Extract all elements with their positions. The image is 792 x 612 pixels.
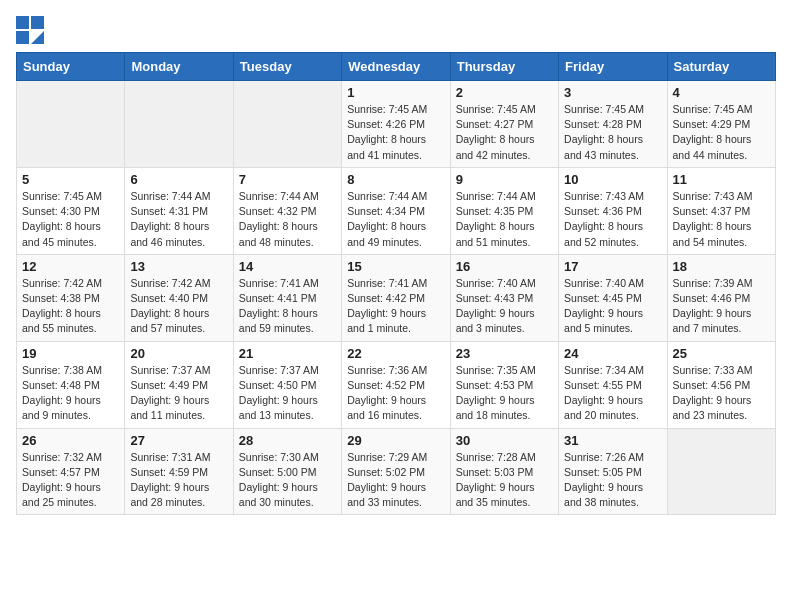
day-info: Sunrise: 7:40 AM Sunset: 4:45 PM Dayligh… [564, 276, 661, 337]
calendar-week-row: 12Sunrise: 7:42 AM Sunset: 4:38 PM Dayli… [17, 254, 776, 341]
calendar-cell: 2Sunrise: 7:45 AM Sunset: 4:27 PM Daylig… [450, 81, 558, 168]
day-number: 1 [347, 85, 444, 100]
calendar-cell: 18Sunrise: 7:39 AM Sunset: 4:46 PM Dayli… [667, 254, 775, 341]
svg-marker-3 [31, 31, 44, 44]
day-info: Sunrise: 7:41 AM Sunset: 4:41 PM Dayligh… [239, 276, 336, 337]
day-number: 14 [239, 259, 336, 274]
day-info: Sunrise: 7:37 AM Sunset: 4:49 PM Dayligh… [130, 363, 227, 424]
weekday-header-thursday: Thursday [450, 53, 558, 81]
calendar-cell: 6Sunrise: 7:44 AM Sunset: 4:31 PM Daylig… [125, 167, 233, 254]
calendar-week-row: 5Sunrise: 7:45 AM Sunset: 4:30 PM Daylig… [17, 167, 776, 254]
calendar-cell [667, 428, 775, 515]
day-info: Sunrise: 7:40 AM Sunset: 4:43 PM Dayligh… [456, 276, 553, 337]
weekday-header-wednesday: Wednesday [342, 53, 450, 81]
day-number: 25 [673, 346, 770, 361]
svg-rect-0 [16, 16, 29, 29]
weekday-header-sunday: Sunday [17, 53, 125, 81]
day-info: Sunrise: 7:45 AM Sunset: 4:28 PM Dayligh… [564, 102, 661, 163]
calendar-cell: 14Sunrise: 7:41 AM Sunset: 4:41 PM Dayli… [233, 254, 341, 341]
day-info: Sunrise: 7:42 AM Sunset: 4:38 PM Dayligh… [22, 276, 119, 337]
calendar-table: SundayMondayTuesdayWednesdayThursdayFrid… [16, 52, 776, 515]
calendar-week-row: 1Sunrise: 7:45 AM Sunset: 4:26 PM Daylig… [17, 81, 776, 168]
calendar-cell: 24Sunrise: 7:34 AM Sunset: 4:55 PM Dayli… [559, 341, 667, 428]
day-info: Sunrise: 7:34 AM Sunset: 4:55 PM Dayligh… [564, 363, 661, 424]
day-number: 26 [22, 433, 119, 448]
day-number: 2 [456, 85, 553, 100]
calendar-cell: 22Sunrise: 7:36 AM Sunset: 4:52 PM Dayli… [342, 341, 450, 428]
calendar-cell: 13Sunrise: 7:42 AM Sunset: 4:40 PM Dayli… [125, 254, 233, 341]
day-number: 10 [564, 172, 661, 187]
day-number: 8 [347, 172, 444, 187]
logo-icon [16, 16, 44, 44]
day-info: Sunrise: 7:45 AM Sunset: 4:26 PM Dayligh… [347, 102, 444, 163]
calendar-cell: 16Sunrise: 7:40 AM Sunset: 4:43 PM Dayli… [450, 254, 558, 341]
day-info: Sunrise: 7:44 AM Sunset: 4:34 PM Dayligh… [347, 189, 444, 250]
svg-rect-1 [31, 16, 44, 29]
day-info: Sunrise: 7:44 AM Sunset: 4:31 PM Dayligh… [130, 189, 227, 250]
calendar-cell: 29Sunrise: 7:29 AM Sunset: 5:02 PM Dayli… [342, 428, 450, 515]
calendar-cell: 11Sunrise: 7:43 AM Sunset: 4:37 PM Dayli… [667, 167, 775, 254]
day-info: Sunrise: 7:35 AM Sunset: 4:53 PM Dayligh… [456, 363, 553, 424]
calendar-week-row: 19Sunrise: 7:38 AM Sunset: 4:48 PM Dayli… [17, 341, 776, 428]
day-info: Sunrise: 7:38 AM Sunset: 4:48 PM Dayligh… [22, 363, 119, 424]
day-number: 24 [564, 346, 661, 361]
day-number: 9 [456, 172, 553, 187]
calendar-cell: 30Sunrise: 7:28 AM Sunset: 5:03 PM Dayli… [450, 428, 558, 515]
day-info: Sunrise: 7:45 AM Sunset: 4:30 PM Dayligh… [22, 189, 119, 250]
day-number: 12 [22, 259, 119, 274]
calendar-cell: 28Sunrise: 7:30 AM Sunset: 5:00 PM Dayli… [233, 428, 341, 515]
day-info: Sunrise: 7:39 AM Sunset: 4:46 PM Dayligh… [673, 276, 770, 337]
day-info: Sunrise: 7:43 AM Sunset: 4:36 PM Dayligh… [564, 189, 661, 250]
calendar-cell: 26Sunrise: 7:32 AM Sunset: 4:57 PM Dayli… [17, 428, 125, 515]
day-number: 29 [347, 433, 444, 448]
calendar-cell: 17Sunrise: 7:40 AM Sunset: 4:45 PM Dayli… [559, 254, 667, 341]
day-info: Sunrise: 7:26 AM Sunset: 5:05 PM Dayligh… [564, 450, 661, 511]
calendar-cell: 12Sunrise: 7:42 AM Sunset: 4:38 PM Dayli… [17, 254, 125, 341]
calendar-cell: 23Sunrise: 7:35 AM Sunset: 4:53 PM Dayli… [450, 341, 558, 428]
weekday-header-monday: Monday [125, 53, 233, 81]
day-number: 17 [564, 259, 661, 274]
calendar-cell: 31Sunrise: 7:26 AM Sunset: 5:05 PM Dayli… [559, 428, 667, 515]
day-number: 11 [673, 172, 770, 187]
weekday-header-saturday: Saturday [667, 53, 775, 81]
calendar-cell: 1Sunrise: 7:45 AM Sunset: 4:26 PM Daylig… [342, 81, 450, 168]
calendar-cell: 9Sunrise: 7:44 AM Sunset: 4:35 PM Daylig… [450, 167, 558, 254]
day-number: 27 [130, 433, 227, 448]
calendar-cell: 5Sunrise: 7:45 AM Sunset: 4:30 PM Daylig… [17, 167, 125, 254]
day-number: 22 [347, 346, 444, 361]
day-info: Sunrise: 7:31 AM Sunset: 4:59 PM Dayligh… [130, 450, 227, 511]
calendar-cell [233, 81, 341, 168]
day-number: 16 [456, 259, 553, 274]
calendar-cell: 7Sunrise: 7:44 AM Sunset: 4:32 PM Daylig… [233, 167, 341, 254]
day-info: Sunrise: 7:32 AM Sunset: 4:57 PM Dayligh… [22, 450, 119, 511]
day-info: Sunrise: 7:43 AM Sunset: 4:37 PM Dayligh… [673, 189, 770, 250]
calendar-cell: 25Sunrise: 7:33 AM Sunset: 4:56 PM Dayli… [667, 341, 775, 428]
calendar-cell: 27Sunrise: 7:31 AM Sunset: 4:59 PM Dayli… [125, 428, 233, 515]
calendar-cell [125, 81, 233, 168]
day-number: 23 [456, 346, 553, 361]
day-number: 13 [130, 259, 227, 274]
calendar-cell [17, 81, 125, 168]
day-info: Sunrise: 7:45 AM Sunset: 4:29 PM Dayligh… [673, 102, 770, 163]
day-number: 20 [130, 346, 227, 361]
day-number: 6 [130, 172, 227, 187]
day-info: Sunrise: 7:42 AM Sunset: 4:40 PM Dayligh… [130, 276, 227, 337]
day-number: 31 [564, 433, 661, 448]
day-number: 28 [239, 433, 336, 448]
day-info: Sunrise: 7:36 AM Sunset: 4:52 PM Dayligh… [347, 363, 444, 424]
day-info: Sunrise: 7:44 AM Sunset: 4:32 PM Dayligh… [239, 189, 336, 250]
day-number: 18 [673, 259, 770, 274]
calendar-cell: 8Sunrise: 7:44 AM Sunset: 4:34 PM Daylig… [342, 167, 450, 254]
day-number: 30 [456, 433, 553, 448]
day-number: 3 [564, 85, 661, 100]
day-number: 19 [22, 346, 119, 361]
day-number: 7 [239, 172, 336, 187]
day-info: Sunrise: 7:37 AM Sunset: 4:50 PM Dayligh… [239, 363, 336, 424]
svg-rect-2 [16, 31, 29, 44]
day-info: Sunrise: 7:30 AM Sunset: 5:00 PM Dayligh… [239, 450, 336, 511]
day-info: Sunrise: 7:29 AM Sunset: 5:02 PM Dayligh… [347, 450, 444, 511]
calendar-cell: 21Sunrise: 7:37 AM Sunset: 4:50 PM Dayli… [233, 341, 341, 428]
day-info: Sunrise: 7:28 AM Sunset: 5:03 PM Dayligh… [456, 450, 553, 511]
day-number: 21 [239, 346, 336, 361]
day-number: 15 [347, 259, 444, 274]
